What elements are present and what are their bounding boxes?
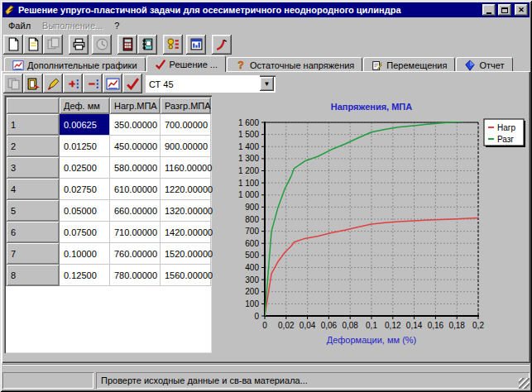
toolbar-separator	[157, 33, 163, 55]
row-number[interactable]: 6	[7, 222, 60, 243]
column-header[interactable]: Нагр.МПА	[110, 98, 161, 114]
apply-check-button[interactable]	[122, 74, 142, 93]
resize-grip[interactable]	[519, 378, 530, 389]
divider	[2, 364, 530, 366]
grid-corner[interactable]	[7, 98, 60, 114]
cell-nagr[interactable]: 580.00000	[110, 157, 161, 179]
curve-button[interactable]	[212, 35, 232, 55]
combo-dropdown-button[interactable]: ▼	[260, 77, 274, 91]
cell-def[interactable]: 0.02750	[60, 179, 110, 200]
paste-grid-icon	[26, 77, 41, 91]
edit-pencil-icon	[46, 77, 60, 91]
cell-razgr[interactable]: 1520.00000	[161, 243, 211, 265]
open-file-icon	[26, 37, 41, 51]
cell-razgr[interactable]: 900.00000	[161, 136, 211, 157]
row-number[interactable]: 8	[7, 265, 60, 286]
close-icon: ✕	[518, 6, 525, 14]
svg-text:0,2: 0,2	[472, 321, 484, 330]
data-grid: Деф. ммНагр.МПАРазгр.МПА10.00625350.0000…	[6, 97, 211, 286]
plot-graph-button[interactable]	[103, 74, 122, 93]
move-icon	[371, 60, 383, 71]
maximize-button[interactable]	[498, 4, 511, 16]
print-button[interactable]	[69, 35, 89, 55]
new-file-button[interactable]	[3, 35, 23, 55]
red-check-icon	[155, 59, 166, 70]
cell-razgr[interactable]: 1560.00000	[161, 265, 211, 286]
svg-text:0,1: 0,1	[366, 321, 377, 330]
cell-def[interactable]: 0.00625	[60, 114, 110, 136]
cell-razgr[interactable]: 700.00000	[161, 114, 211, 136]
svg-text:0: 0	[262, 321, 267, 330]
material-combo[interactable]: ▼	[146, 75, 276, 93]
status-bar: Проверте исходные данные и св-ва материа…	[2, 370, 530, 389]
row-number[interactable]: 7	[7, 243, 60, 265]
open-file-button[interactable]	[23, 35, 43, 55]
cell-def[interactable]: 0.12500	[60, 265, 110, 286]
clock-button	[92, 35, 112, 55]
svg-text:1 600: 1 600	[238, 118, 259, 127]
cell-nagr[interactable]: 660.00000	[110, 200, 161, 222]
toolbar-separator	[112, 33, 117, 55]
material-combo-input[interactable]	[146, 75, 260, 93]
cell-nagr[interactable]: 350.00000	[110, 114, 161, 136]
options-icon	[166, 37, 180, 51]
cell-def[interactable]: 0.10000	[60, 243, 110, 265]
calculator-button[interactable]	[117, 35, 137, 55]
tab-solution[interactable]: Решение ...	[146, 55, 226, 72]
title-bar: Решение упруго-пластичной задачи для осе…	[2, 2, 530, 17]
cell-nagr[interactable]: 780.00000	[110, 265, 161, 286]
table-row: 20.01250450.00000900.00000	[7, 136, 211, 157]
cell-nagr[interactable]: 610.00000	[110, 179, 161, 200]
column-header[interactable]: Разгр.МПА	[161, 98, 211, 114]
cell-def[interactable]: 0.01250	[60, 136, 110, 157]
new-file-icon	[7, 37, 21, 51]
legend-label: Разг	[497, 135, 514, 144]
copy-grid-icon	[7, 77, 21, 91]
row-number[interactable]: 2	[7, 136, 60, 157]
cell-def[interactable]: 0.07500	[60, 222, 110, 243]
main-toolbar	[2, 33, 530, 55]
tab-additional-graphs[interactable]: Дополнительные графики	[4, 57, 146, 72]
table-row: 30.02500580.000001160.00000	[7, 157, 211, 179]
cell-nagr[interactable]: 450.00000	[110, 136, 161, 157]
row-number[interactable]: 5	[7, 200, 60, 222]
edit-cell-button[interactable]	[43, 74, 63, 93]
paste-grid-button[interactable]	[23, 74, 43, 93]
cell-razgr[interactable]: 1320.00000	[161, 200, 211, 222]
cell-nagr[interactable]: 710.00000	[110, 222, 161, 243]
cell-def[interactable]: 0.05000	[60, 200, 110, 222]
tab-residual-stresses[interactable]: ? Остаточные напряжения	[227, 57, 362, 72]
clock-icon	[95, 37, 109, 51]
cell-razgr[interactable]: 1420.00000	[161, 222, 211, 243]
table-row: 10.00625350.00000700.00000	[7, 114, 211, 136]
maximize-icon	[501, 7, 508, 13]
results-table-button[interactable]	[186, 35, 206, 55]
cell-def[interactable]: 0.02500	[60, 157, 110, 179]
menu-file[interactable]: Файл	[2, 19, 36, 32]
column-header[interactable]: Деф. мм	[60, 98, 110, 114]
row-number[interactable]: 4	[7, 179, 60, 200]
solution-tab-page: ▼ Деф. ммНагр.МПАРазгр.МПА10.00625350.00…	[2, 71, 530, 363]
tab-report[interactable]: Отчет	[456, 57, 512, 72]
menu-help[interactable]: ?	[108, 19, 125, 32]
delete-row-button[interactable]	[83, 74, 103, 93]
options-button[interactable]	[163, 35, 183, 55]
print-icon	[72, 37, 86, 51]
save-file-icon	[46, 37, 60, 51]
cell-nagr[interactable]: 760.00000	[110, 243, 161, 265]
close-button[interactable]: ✕	[515, 4, 528, 16]
minimize-button[interactable]	[482, 4, 496, 16]
chart-title: Напряжения, МПА	[331, 102, 412, 112]
insert-row-button[interactable]	[63, 74, 83, 93]
notebook-button[interactable]	[137, 35, 157, 55]
row-number[interactable]: 3	[7, 157, 60, 179]
svg-text:1 500: 1 500	[238, 130, 259, 139]
row-number[interactable]: 1	[7, 114, 60, 136]
svg-text:700: 700	[245, 227, 259, 236]
menu-bar: Файл Выполнение... ?	[2, 18, 530, 32]
cell-razgr[interactable]: 1160.00000	[161, 157, 211, 179]
status-message: Проверте исходные данные и св-ва материа…	[96, 372, 530, 389]
cell-razgr[interactable]: 1220.00000	[161, 179, 211, 200]
tab-displacements[interactable]: Перемещения	[363, 57, 455, 72]
svg-text:600: 600	[245, 239, 259, 248]
